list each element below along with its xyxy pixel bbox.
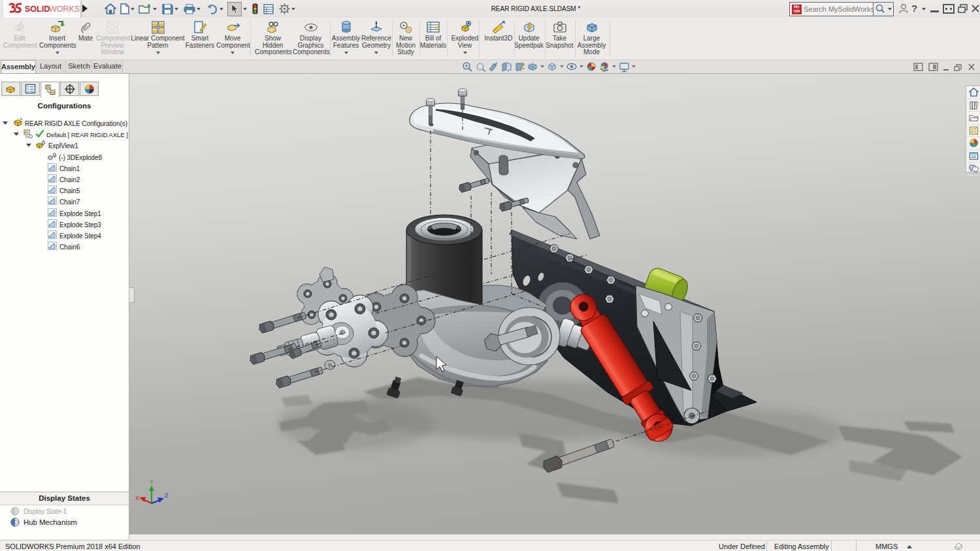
svg-text:WORKS: WORKS	[49, 5, 80, 14]
svg-text:X: X	[135, 495, 139, 501]
svg-text:SOLID: SOLID	[25, 5, 50, 14]
svg-text:Z: Z	[165, 492, 169, 499]
svg-text:Y: Y	[150, 479, 154, 485]
